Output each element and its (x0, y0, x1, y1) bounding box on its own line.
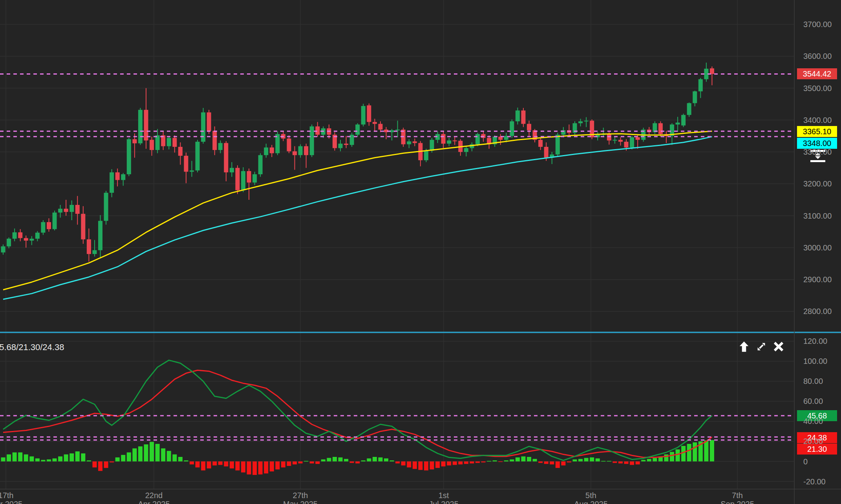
candle-body (178, 147, 183, 156)
candle-body (676, 122, 680, 124)
macd-histogram-bar (367, 458, 371, 462)
candle-body (681, 115, 686, 126)
macd-histogram-bar (161, 448, 165, 461)
macd-histogram-bar (653, 458, 657, 462)
macd-histogram-bar (172, 455, 177, 462)
macd-histogram-bar (590, 457, 594, 461)
candle-body (13, 232, 17, 239)
candle-body (270, 148, 274, 153)
close-icon (773, 341, 784, 352)
macd-histogram-bar (521, 457, 525, 462)
candle-body (212, 131, 217, 150)
macd-histogram-bar (430, 462, 434, 469)
macd-histogram-bar (464, 462, 468, 464)
candle-body (81, 214, 85, 239)
candle-body (538, 140, 543, 147)
candle-body (527, 124, 531, 130)
time-tick-day: 22nd (145, 491, 163, 499)
axis-tick-label: -20.00 (803, 478, 826, 486)
macd-histogram-bar (247, 462, 251, 475)
pane-separator[interactable] (0, 332, 841, 333)
candle-body (258, 155, 263, 174)
axis-tick-label: 2800.00 (803, 307, 832, 315)
candle-body (47, 222, 51, 229)
macd-histogram-bar (115, 457, 120, 461)
macd-histogram-bar (533, 459, 537, 461)
macd-histogram-bar (98, 462, 102, 471)
macd-histogram-bar (212, 462, 217, 466)
macd-histogram-bar (624, 462, 629, 464)
ma-fast-value-label: 3365.10 (797, 126, 837, 137)
macd-histogram-bar (618, 462, 623, 464)
macd-histogram-bar (567, 462, 571, 463)
macd-histogram-bar (110, 462, 114, 463)
macd-histogram-bar (470, 462, 474, 464)
macd-histogram-bar (1, 457, 5, 461)
ma-fast-line (3, 131, 712, 290)
candle-body (127, 139, 131, 174)
macd-histogram-bar (81, 453, 85, 461)
candle-body (115, 172, 120, 180)
macd-histogram-bar (373, 457, 377, 461)
pane-controls (737, 340, 785, 353)
macd-histogram-bar (676, 449, 680, 462)
candle-body (481, 134, 486, 138)
candle-body (110, 172, 114, 193)
candle-body (367, 105, 371, 122)
macd-histogram-bar (641, 460, 645, 462)
candle-body (87, 239, 91, 254)
candle-body (630, 137, 634, 148)
candle-body (218, 143, 223, 150)
macd-histogram-bar (184, 460, 188, 462)
candle-body (687, 103, 691, 115)
macd-histogram-bar (710, 440, 714, 461)
time-tick-day: 1st (439, 491, 449, 499)
macd-histogram-bar (687, 444, 691, 462)
macd-histogram-bar (355, 462, 360, 464)
macd-histogram-bar (127, 453, 131, 462)
macd-histogram-bar (121, 455, 125, 462)
macd-histogram-bar (344, 459, 348, 461)
macd-histogram-bar (293, 462, 297, 465)
axis-tick-label: 3400.00 (803, 116, 832, 124)
time-axis[interactable] (0, 489, 841, 504)
macd-histogram-bar (338, 457, 343, 461)
macd-histogram-bar (53, 458, 57, 462)
candle-body (104, 193, 108, 221)
maximize-pane-button[interactable] (755, 340, 768, 353)
close-pane-button[interactable] (772, 340, 785, 353)
macd-histogram-bar (138, 446, 143, 461)
macd-histogram-bar (207, 462, 211, 469)
macd-histogram-bar (447, 462, 451, 466)
macd-histogram-bar (315, 462, 320, 464)
time-tick-day: 7th (732, 491, 743, 499)
chart-canvas[interactable] (0, 0, 841, 504)
candle-body (144, 110, 148, 141)
candle-body (287, 139, 291, 152)
candle-body (298, 146, 303, 155)
candle-body (35, 233, 40, 239)
macd-histogram-bar (304, 461, 308, 462)
macd-histogram-bar (218, 462, 223, 465)
candle-body (464, 148, 468, 152)
macd-histogram-bar (487, 461, 491, 462)
candle-body (510, 121, 514, 136)
candle-body (247, 171, 251, 183)
macd-histogram-bar (235, 462, 240, 471)
axis-tick-label: 0 (803, 458, 808, 466)
macd-histogram-bar (584, 458, 589, 462)
axis-tick-label: 60.00 (803, 397, 823, 405)
macd-histogram-bar (527, 457, 531, 461)
candle-body (121, 174, 125, 180)
macd-histogram-bar (201, 462, 205, 471)
candle-body (424, 151, 428, 160)
macd-histogram-bar (578, 459, 583, 461)
macd-histogram-bar (556, 462, 560, 468)
move-pane-up-button[interactable] (737, 340, 751, 353)
macd-histogram-bar (224, 462, 228, 467)
macd-histogram-bar (29, 457, 34, 462)
candle-body (7, 239, 11, 247)
macd-histogram-bar (550, 462, 554, 465)
axis-tick-label: 80.00 (803, 377, 823, 385)
macd-histogram-bar (481, 462, 486, 463)
